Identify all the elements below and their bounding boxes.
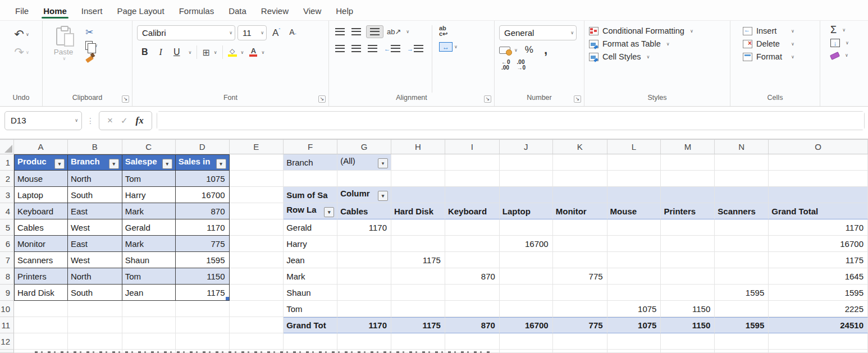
font-name-combo[interactable]: ∨ (137, 25, 235, 40)
cell-E1[interactable] (230, 154, 284, 171)
cell-I1[interactable] (445, 154, 500, 171)
cell-I7[interactable] (445, 252, 500, 268)
cell-M3[interactable] (661, 187, 715, 203)
cell-N1[interactable] (715, 154, 769, 171)
cell-M8[interactable] (661, 268, 715, 285)
chevron-down-icon[interactable]: ∨ (514, 48, 518, 53)
cell-D2[interactable]: 1075 (176, 171, 230, 187)
cell-H2[interactable] (391, 171, 445, 187)
cell-K4[interactable]: Monitor (553, 203, 607, 219)
cell-J4[interactable]: Laptop (500, 203, 553, 219)
cell-B11[interactable] (68, 317, 122, 333)
tab-page-layout[interactable]: Page Layout (109, 2, 171, 20)
cell-H7[interactable]: 1175 (391, 252, 445, 268)
cell-N8[interactable] (715, 268, 769, 285)
cell-E7[interactable] (230, 252, 284, 268)
cell-M7[interactable] (661, 252, 715, 268)
cell-O13-partial[interactable] (769, 350, 868, 353)
decrease-decimal-button[interactable]: .00 →0 (515, 59, 528, 71)
cell-E11[interactable] (230, 317, 284, 333)
cell-D5[interactable]: 1170 (176, 219, 230, 236)
cell-G10[interactable] (337, 301, 391, 317)
accounting-format-icon[interactable] (499, 47, 510, 54)
row-header-5[interactable]: 5 (0, 219, 14, 236)
cell-M10[interactable]: 1150 (661, 301, 715, 317)
italic-button[interactable]: I (155, 47, 167, 57)
cell-O6[interactable]: 16700 (769, 236, 868, 252)
cell-C2[interactable]: Tom (122, 171, 176, 187)
cell-D7[interactable]: 1595 (176, 252, 230, 268)
cut-icon[interactable]: ✂ (85, 26, 98, 38)
cell-L8[interactable] (607, 268, 661, 285)
tab-help[interactable]: Help (328, 2, 360, 20)
cell-L12[interactable] (607, 333, 661, 350)
column-header-J[interactable]: J (500, 140, 553, 154)
paste-button[interactable]: Paste ∨ (47, 25, 80, 93)
cell-E9[interactable] (230, 285, 284, 301)
column-header-B[interactable]: B (68, 140, 122, 154)
cell-O10[interactable]: 2225 (769, 301, 868, 317)
row-header-10[interactable]: 10 (0, 301, 14, 317)
filter-button[interactable]: ▾ (109, 159, 119, 169)
cell-N13-partial[interactable] (715, 350, 769, 353)
cell-I9[interactable] (445, 285, 500, 301)
cell-O8[interactable]: 1645 (769, 268, 868, 285)
column-header-H[interactable]: H (391, 140, 445, 154)
column-header-L[interactable]: L (607, 140, 661, 154)
cell-D10[interactable] (176, 301, 230, 317)
cell-G11[interactable]: 1170 (337, 317, 391, 333)
cell-L3[interactable] (607, 187, 661, 203)
filter-button[interactable]: ▾ (324, 207, 334, 217)
cell-B3[interactable]: South (68, 187, 122, 203)
cell-D3[interactable]: 16700 (176, 187, 230, 203)
cell-F12[interactable] (284, 333, 337, 350)
increase-indent-button[interactable]: → (405, 44, 425, 53)
font-name-input[interactable] (142, 28, 227, 38)
cell-O2[interactable] (769, 171, 868, 187)
filter-button[interactable]: ▾ (216, 159, 226, 169)
underline-button[interactable]: U (169, 47, 185, 57)
increase-font-size-button[interactable]: Aˆ (269, 27, 284, 39)
bold-button[interactable]: B (137, 47, 153, 57)
row-header-9[interactable]: 9 (0, 285, 14, 301)
cell-H6[interactable] (391, 236, 445, 252)
cell-H12[interactable] (391, 333, 445, 350)
name-box[interactable]: ∨ (4, 111, 82, 130)
column-header-C[interactable]: C (122, 140, 176, 154)
cell-I4[interactable]: Keyboard (445, 203, 500, 219)
cell-N4[interactable]: Scanners (715, 203, 769, 219)
cell-E6[interactable] (230, 236, 284, 252)
row-header-13-partial[interactable] (0, 350, 14, 353)
cell-C7[interactable]: Shaun (122, 252, 176, 268)
cell-H3[interactable] (391, 187, 445, 203)
cell-H4[interactable]: Hard Disk (391, 203, 445, 219)
bottom-align-button[interactable] (366, 25, 383, 38)
cell-I10[interactable] (445, 301, 500, 317)
cell-F9[interactable]: Shaun (284, 285, 337, 301)
cell-E10[interactable] (230, 301, 284, 317)
cell-C3[interactable]: Harry (122, 187, 176, 203)
cell-M2[interactable] (661, 171, 715, 187)
cell-O12[interactable] (769, 333, 868, 350)
row-header-12[interactable]: 12 (0, 333, 14, 350)
cell-D12[interactable] (176, 333, 230, 350)
cell-E3[interactable] (230, 187, 284, 203)
cell-K7[interactable] (553, 252, 607, 268)
fill-button[interactable]: ↓∨ (830, 39, 865, 47)
cell-O9[interactable]: 1595 (769, 285, 868, 301)
column-header-G[interactable]: G (337, 140, 391, 154)
cell-F10[interactable]: Tom (284, 301, 337, 317)
font-color-button[interactable]: A (249, 48, 257, 57)
cell-A2[interactable]: Mouse (14, 171, 68, 187)
cell-K12[interactable] (553, 333, 607, 350)
cell-D9[interactable]: 1175 (176, 285, 230, 301)
chevron-down-icon[interactable]: ∨ (75, 118, 78, 123)
align-right-button[interactable] (366, 44, 379, 53)
cell-B12[interactable] (68, 333, 122, 350)
chevron-down-icon[interactable]: ∨ (241, 50, 244, 55)
orientation-button[interactable]: ab↗ (387, 27, 401, 36)
column-header-I[interactable]: I (445, 140, 500, 154)
align-left-button[interactable] (334, 44, 346, 53)
cell-O5[interactable]: 1170 (769, 219, 868, 236)
format-painter-icon[interactable] (85, 53, 94, 62)
